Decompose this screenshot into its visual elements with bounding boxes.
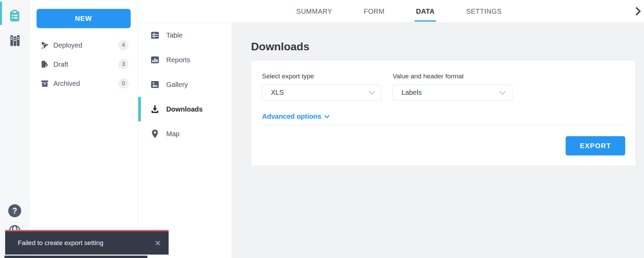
advanced-options-toggle[interactable]: Advanced options (262, 113, 330, 120)
data-subnav: Table Reports Gallery (138, 23, 232, 258)
app-window: ? NEW Deployed 4 (0, 0, 644, 258)
sidebar-item-library[interactable] (0, 28, 29, 53)
tab-summary[interactable]: SUMMARY (295, 0, 333, 23)
collapse-panel-button[interactable] (634, 6, 642, 16)
rail-active-indicator (0, 2, 2, 25)
card-divider (262, 125, 625, 125)
subnav-item-reports[interactable]: Reports (138, 48, 232, 72)
tab-form[interactable]: FORM (362, 0, 386, 23)
sidebar-item-label: Archived (53, 80, 118, 88)
library-icon (8, 34, 22, 47)
sidebar-item-deployed[interactable]: Deployed 4 (29, 36, 137, 55)
subnav-item-label: Reports (166, 56, 190, 64)
download-icon (150, 104, 160, 114)
sidebar-item-forms[interactable] (0, 3, 29, 28)
help-icon: ? (8, 204, 21, 217)
chevron-down-icon (499, 91, 506, 95)
subnav-item-downloads[interactable]: Downloads (138, 97, 232, 121)
draft-count-badge: 3 (118, 59, 129, 69)
toast-message: Failed to create export setting (18, 239, 155, 247)
export-type-label: Select export type (262, 73, 382, 80)
archive-box-icon (40, 79, 49, 88)
subnav-item-label: Downloads (166, 105, 203, 113)
clipboard-forms-icon (8, 9, 22, 23)
deployed-count-badge: 4 (118, 40, 129, 50)
new-form-button[interactable]: NEW (37, 9, 131, 28)
archived-count-badge: 0 (118, 78, 129, 89)
export-card: Select export type XLS Value and header … (251, 60, 636, 166)
toast-notification: Failed to create export setting ✕ (5, 230, 169, 255)
export-type-value: XLS (271, 89, 368, 96)
sidebar-item-label: Draft (53, 61, 118, 68)
subnav-item-gallery[interactable]: Gallery (138, 72, 232, 97)
top-header: SUMMARY FORM DATA SETTINGS (138, 0, 644, 23)
rocket-icon (40, 41, 49, 50)
subnav-item-map[interactable]: Map (138, 121, 232, 146)
chevron-down-icon (324, 115, 330, 118)
sidebar-item-archived[interactable]: Archived 0 (29, 74, 137, 93)
subnav-item-label: Table (166, 31, 183, 39)
icon-rail: ? (0, 0, 29, 258)
chevron-right-icon (635, 7, 641, 16)
help-button[interactable]: ? (8, 204, 21, 217)
tab-settings[interactable]: SETTINGS (465, 0, 503, 23)
page-title: Downloads (251, 40, 636, 53)
export-type-select[interactable]: XLS (262, 85, 382, 101)
reports-chart-icon (150, 55, 160, 65)
tab-bar: SUMMARY FORM DATA SETTINGS (295, 0, 503, 23)
tab-data[interactable]: DATA (415, 0, 436, 23)
format-value: Labels (402, 89, 499, 96)
subnav-item-table[interactable]: Table (138, 23, 232, 48)
chevron-down-icon (368, 91, 375, 95)
main-content: Downloads Select export type XLS Value a… (232, 23, 644, 258)
subnav-item-label: Gallery (166, 81, 188, 89)
format-select[interactable]: Labels (393, 85, 512, 101)
draft-pencil-icon (40, 60, 49, 69)
forms-nav: Deployed 4 Draft 3 (29, 36, 137, 93)
close-icon[interactable]: ✕ (155, 240, 161, 247)
format-label: Value and header format (393, 73, 512, 80)
advanced-options-label: Advanced options (262, 113, 321, 120)
table-icon (150, 30, 160, 40)
forms-sidebar: NEW Deployed 4 (29, 0, 138, 258)
subnav-item-label: Map (166, 130, 180, 138)
sidebar-item-draft[interactable]: Draft 3 (29, 55, 137, 74)
gallery-image-icon (150, 79, 160, 90)
map-pin-icon (150, 129, 160, 139)
export-button[interactable]: EXPORT (566, 136, 625, 155)
sidebar-item-label: Deployed (53, 41, 118, 49)
toast-notification-partial (4, 256, 147, 258)
